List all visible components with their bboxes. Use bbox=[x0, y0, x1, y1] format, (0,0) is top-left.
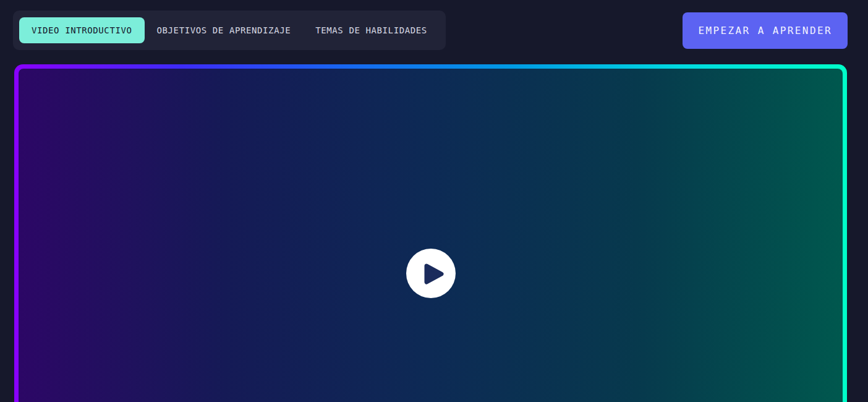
video-player-surface[interactable] bbox=[19, 69, 843, 402]
tab-temas-de-habilidades[interactable]: TEMAS DE HABILIDADES bbox=[303, 17, 440, 43]
tab-video-introductivo[interactable]: VIDEO INTRODUCTIVO bbox=[19, 17, 145, 43]
start-learning-button[interactable]: EMPEZAR A APRENDER bbox=[683, 12, 848, 49]
tab-objetivos-de-aprendizaje[interactable]: OBJETIVOS DE APRENDIZAJE bbox=[145, 17, 304, 43]
tab-bar: VIDEO INTRODUCTIVO OBJETIVOS DE APRENDIZ… bbox=[13, 11, 446, 50]
play-button[interactable] bbox=[406, 249, 456, 298]
video-player-frame bbox=[14, 64, 847, 402]
header: VIDEO INTRODUCTIVO OBJETIVOS DE APRENDIZ… bbox=[0, 0, 868, 50]
play-icon bbox=[406, 249, 456, 298]
